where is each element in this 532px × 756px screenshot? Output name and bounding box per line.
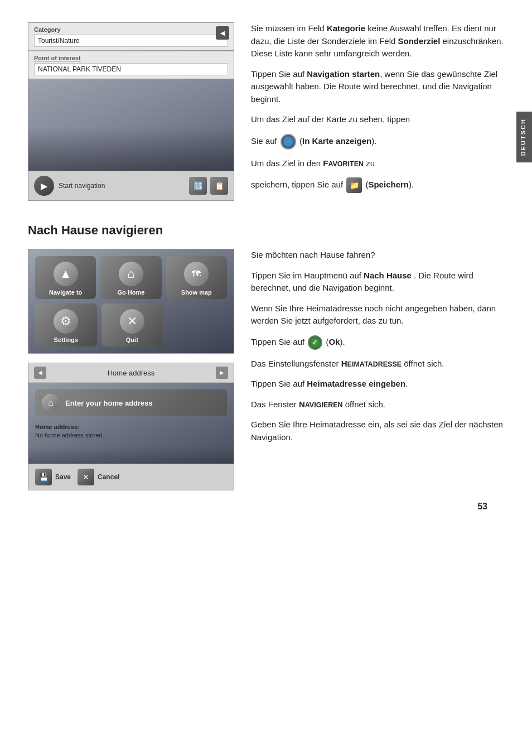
right-p4: Tippen Sie auf ✓ (Ok). <box>251 335 504 350</box>
right-p5: Das Einstellungsfenster HEIMATADRESSE öf… <box>251 358 504 370</box>
home-info-text: Home address: No home address stored. <box>35 423 227 440</box>
start-nav-label[interactable]: Start navigation <box>59 182 105 190</box>
category-label: Category <box>34 26 228 33</box>
poi-value: NATIONAL PARK TIVEDEN <box>34 63 228 75</box>
quit-label: Quit <box>126 336 138 343</box>
save-label: Save <box>55 473 71 481</box>
icon-row: 🔢 📋 <box>189 177 228 195</box>
poi-label: Point of interest <box>34 55 228 61</box>
top-text-p5: Um das Ziel in den FAVORITEN zu <box>251 157 504 170</box>
cancel-icon: ✕ <box>78 469 94 485</box>
poi-section: Point of interest NATIONAL PARK TIVEDEN <box>28 51 234 79</box>
screenshots-column: ▲ Navigate to ⌂ Go Home 🗺 Show map <box>28 249 234 490</box>
right-middle-text: Sie möchten nach Hause fahren? Tippen Si… <box>251 249 504 490</box>
save-button[interactable]: 💾 Save <box>35 469 71 485</box>
home-screen-header: ◄ Home address ► <box>28 363 234 383</box>
menu-item-show-map[interactable]: 🗺 Show map <box>166 256 227 299</box>
quit-icon: ✕ <box>120 309 144 334</box>
settings-label: Settings <box>54 336 78 343</box>
show-map-icon: 🗺 <box>184 262 209 286</box>
category-value: Tourist/Nature <box>34 35 228 47</box>
screen-gradient <box>28 128 234 172</box>
section-heading: Nach Hause navigieren <box>28 223 504 238</box>
menu-item-navigate-to[interactable]: ▲ Navigate to <box>35 256 96 299</box>
enter-home-address-text: Enter your home address <box>65 399 153 407</box>
go-home-icon: ⌂ <box>119 262 143 286</box>
navigate-to-label: Navigate to <box>49 289 82 296</box>
bottom-bar: ▶ Start navigation 🔢 📋 <box>28 171 234 200</box>
right-p2: Tippen Sie im Hauptmenü auf Nach Hause .… <box>251 269 504 295</box>
save-icon: 💾 <box>35 469 52 485</box>
home-address-screenshot: ◄ Home address ► ⌂ Enter your home addre… <box>28 363 234 490</box>
top-text-p4: Sie auf 🌐 (In Karte anzeigen). <box>251 134 504 150</box>
home-nav-right[interactable]: ► <box>216 367 228 379</box>
settings-icon: ⚙ <box>54 309 78 334</box>
home-nav-left[interactable]: ◄ <box>34 367 46 379</box>
enter-home-address-button[interactable]: ⌂ Enter your home address <box>35 389 227 416</box>
menu-item-go-home[interactable]: ⌂ Go Home <box>100 256 161 299</box>
show-map-label: Show map <box>181 289 212 296</box>
menu-screenshot: ▲ Navigate to ⌂ Go Home 🗺 Show map <box>28 249 234 354</box>
numbering-icon[interactable]: 🔢 <box>189 177 207 195</box>
top-right-text: Sie müssen im Feld Kategorie keine Auswa… <box>251 22 504 201</box>
home-screen-title: Home address <box>108 369 155 377</box>
top-text-p2: Tippen Sie auf Navigation starten, wenn … <box>251 68 504 106</box>
language-tab: DEUTSCH <box>516 112 532 162</box>
right-p8: Geben Sie Ihre Heimatadresse ein, als se… <box>251 418 504 444</box>
menu-item-quit[interactable]: ✕ Quit <box>101 304 163 346</box>
home-screen-body: ⌂ Enter your home address Home address: … <box>28 383 234 447</box>
home-address-icon: ⌂ <box>42 394 60 412</box>
page-number: 53 <box>28 502 504 512</box>
ok-icon: ✓ <box>308 335 322 350</box>
map-icon: 🌐 <box>280 134 296 150</box>
category-section: Category Tourist/Nature <box>28 23 234 50</box>
bookmark-icon[interactable]: 📋 <box>210 177 228 195</box>
menu-item-settings[interactable]: ⚙ Settings <box>35 304 97 346</box>
menu-grid-top: ▲ Navigate to ⌂ Go Home 🗺 Show map <box>35 256 227 299</box>
go-home-label: Go Home <box>118 289 145 296</box>
right-p3: Wenn Sie Ihre Heimatadresse noch nicht a… <box>251 302 504 328</box>
start-nav-icon[interactable]: ▶ <box>34 176 54 196</box>
top-text-p6: speichern, tippen Sie auf 📁 (Speichern). <box>251 177 504 193</box>
home-gradient <box>28 447 234 464</box>
nav-arrow-icon[interactable]: ◄ <box>216 26 229 40</box>
right-p1: Sie möchten nach Hause fahren? <box>251 249 504 262</box>
cancel-button[interactable]: ✕ Cancel <box>78 469 119 485</box>
navigate-to-icon: ▲ <box>54 262 78 286</box>
menu-grid-bottom: ⚙ Settings ✕ Quit <box>35 304 163 346</box>
top-screenshot: ◄ Category Tourist/Nature Point of inter… <box>28 22 234 201</box>
save-inline-icon: 📁 <box>346 177 362 193</box>
right-p6: Tippen Sie auf Heimatadresse eingeben. <box>251 378 504 391</box>
home-screen-footer: 💾 Save ✕ Cancel <box>28 464 234 490</box>
right-p7: Das Fenster NAVIGIEREN öffnet sich. <box>251 398 504 411</box>
top-text-p1: Sie müssen im Feld Kategorie keine Auswa… <box>251 22 504 60</box>
cancel-label: Cancel <box>98 473 119 481</box>
top-text-p3: Um das Ziel auf der Karte zu sehen, tipp… <box>251 113 504 126</box>
